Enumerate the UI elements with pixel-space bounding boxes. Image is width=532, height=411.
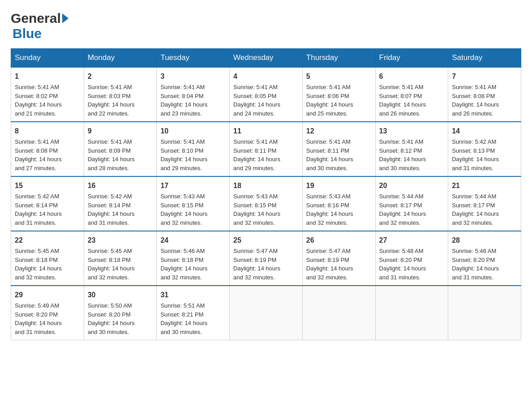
calendar-cell: 26Sunrise: 5:47 AMSunset: 8:19 PMDayligh… <box>302 231 375 286</box>
calendar-week-row: 1Sunrise: 5:41 AMSunset: 8:02 PMDaylight… <box>11 67 521 122</box>
calendar-cell: 9Sunrise: 5:41 AMSunset: 8:09 PMDaylight… <box>84 122 157 176</box>
calendar-week-row: 22Sunrise: 5:45 AMSunset: 8:18 PMDayligh… <box>11 231 521 286</box>
logo-blue-text: Blue <box>13 26 42 41</box>
calendar-table: SundayMondayTuesdayWednesdayThursdayFrid… <box>11 48 521 340</box>
calendar-cell: 23Sunrise: 5:45 AMSunset: 8:18 PMDayligh… <box>84 231 157 286</box>
day-number: 17 <box>160 180 226 191</box>
calendar-cell: 11Sunrise: 5:41 AMSunset: 8:11 PMDayligh… <box>230 122 303 176</box>
day-number: 4 <box>233 71 299 82</box>
day-number: 27 <box>379 235 445 246</box>
logo-general-text: General <box>11 11 61 26</box>
day-info: Sunrise: 5:41 AMSunset: 8:07 PMDaylight:… <box>379 83 445 118</box>
calendar-cell: 6Sunrise: 5:41 AMSunset: 8:07 PMDaylight… <box>375 67 448 122</box>
calendar-header-sunday: Sunday <box>11 49 84 68</box>
day-info: Sunrise: 5:43 AMSunset: 8:15 PMDaylight:… <box>233 192 299 227</box>
calendar-cell: 24Sunrise: 5:46 AMSunset: 8:18 PMDayligh… <box>157 231 230 286</box>
day-info: Sunrise: 5:44 AMSunset: 8:17 PMDaylight:… <box>379 192 445 227</box>
day-number: 6 <box>379 71 445 82</box>
day-info: Sunrise: 5:41 AMSunset: 8:11 PMDaylight:… <box>233 137 299 172</box>
day-number: 18 <box>233 180 299 191</box>
calendar-cell: 18Sunrise: 5:43 AMSunset: 8:15 PMDayligh… <box>230 176 303 231</box>
calendar-week-row: 8Sunrise: 5:41 AMSunset: 8:08 PMDaylight… <box>11 122 521 176</box>
calendar-cell: 14Sunrise: 5:42 AMSunset: 8:13 PMDayligh… <box>448 122 521 176</box>
day-info: Sunrise: 5:46 AMSunset: 8:18 PMDaylight:… <box>160 247 226 282</box>
day-number: 23 <box>88 235 153 246</box>
day-number: 5 <box>306 71 372 82</box>
day-number: 9 <box>88 126 153 137</box>
day-info: Sunrise: 5:41 AMSunset: 8:12 PMDaylight:… <box>379 137 445 172</box>
day-info: Sunrise: 5:41 AMSunset: 8:06 PMDaylight:… <box>306 83 372 118</box>
calendar-cell: 1Sunrise: 5:41 AMSunset: 8:02 PMDaylight… <box>11 67 84 122</box>
day-number: 3 <box>160 71 226 82</box>
day-info: Sunrise: 5:50 AMSunset: 8:20 PMDaylight:… <box>88 301 153 336</box>
page-header: General Blue <box>11 11 521 41</box>
day-info: Sunrise: 5:41 AMSunset: 8:09 PMDaylight:… <box>88 137 153 172</box>
calendar-cell <box>302 286 375 340</box>
calendar-cell: 25Sunrise: 5:47 AMSunset: 8:19 PMDayligh… <box>230 231 303 286</box>
day-info: Sunrise: 5:41 AMSunset: 8:08 PMDaylight:… <box>15 137 80 172</box>
calendar-cell: 19Sunrise: 5:43 AMSunset: 8:16 PMDayligh… <box>302 176 375 231</box>
day-info: Sunrise: 5:47 AMSunset: 8:19 PMDaylight:… <box>233 247 299 282</box>
calendar-cell: 12Sunrise: 5:41 AMSunset: 8:11 PMDayligh… <box>302 122 375 176</box>
day-info: Sunrise: 5:42 AMSunset: 8:13 PMDaylight:… <box>452 137 517 172</box>
calendar-cell: 21Sunrise: 5:44 AMSunset: 8:17 PMDayligh… <box>448 176 521 231</box>
day-info: Sunrise: 5:48 AMSunset: 8:20 PMDaylight:… <box>452 247 517 282</box>
day-info: Sunrise: 5:41 AMSunset: 8:11 PMDaylight:… <box>306 137 372 172</box>
calendar-cell: 29Sunrise: 5:49 AMSunset: 8:20 PMDayligh… <box>11 286 84 340</box>
calendar-header-row: SundayMondayTuesdayWednesdayThursdayFrid… <box>11 49 521 68</box>
day-number: 26 <box>306 235 372 246</box>
logo: General Blue <box>11 11 70 41</box>
day-number: 21 <box>452 180 517 191</box>
day-info: Sunrise: 5:45 AMSunset: 8:18 PMDaylight:… <box>15 247 80 282</box>
calendar-cell: 22Sunrise: 5:45 AMSunset: 8:18 PMDayligh… <box>11 231 84 286</box>
day-number: 10 <box>160 126 226 137</box>
day-info: Sunrise: 5:45 AMSunset: 8:18 PMDaylight:… <box>88 247 153 282</box>
day-number: 29 <box>15 290 80 300</box>
day-number: 30 <box>88 290 153 300</box>
day-info: Sunrise: 5:47 AMSunset: 8:19 PMDaylight:… <box>306 247 372 282</box>
day-number: 24 <box>160 235 226 246</box>
day-number: 2 <box>88 71 153 82</box>
calendar-header-saturday: Saturday <box>448 49 521 68</box>
day-info: Sunrise: 5:43 AMSunset: 8:16 PMDaylight:… <box>306 192 372 227</box>
calendar-header-wednesday: Wednesday <box>230 49 303 68</box>
calendar-cell: 31Sunrise: 5:51 AMSunset: 8:21 PMDayligh… <box>157 286 230 340</box>
day-number: 22 <box>15 235 80 246</box>
day-number: 8 <box>15 126 80 137</box>
day-number: 11 <box>233 126 299 137</box>
day-info: Sunrise: 5:41 AMSunset: 8:03 PMDaylight:… <box>88 83 153 118</box>
day-number: 19 <box>306 180 372 191</box>
logo-arrow-icon <box>62 13 69 23</box>
calendar-cell: 13Sunrise: 5:41 AMSunset: 8:12 PMDayligh… <box>375 122 448 176</box>
calendar-cell: 20Sunrise: 5:44 AMSunset: 8:17 PMDayligh… <box>375 176 448 231</box>
day-info: Sunrise: 5:41 AMSunset: 8:02 PMDaylight:… <box>15 83 80 118</box>
day-info: Sunrise: 5:43 AMSunset: 8:15 PMDaylight:… <box>160 192 226 227</box>
calendar-cell: 27Sunrise: 5:48 AMSunset: 8:20 PMDayligh… <box>375 231 448 286</box>
calendar-header-friday: Friday <box>375 49 448 68</box>
calendar-cell: 17Sunrise: 5:43 AMSunset: 8:15 PMDayligh… <box>157 176 230 231</box>
day-info: Sunrise: 5:41 AMSunset: 8:04 PMDaylight:… <box>160 83 226 118</box>
day-number: 25 <box>233 235 299 246</box>
calendar-cell <box>448 286 521 340</box>
day-info: Sunrise: 5:41 AMSunset: 8:08 PMDaylight:… <box>452 83 517 118</box>
day-info: Sunrise: 5:51 AMSunset: 8:21 PMDaylight:… <box>160 301 226 336</box>
day-info: Sunrise: 5:48 AMSunset: 8:20 PMDaylight:… <box>379 247 445 282</box>
day-number: 15 <box>15 180 80 191</box>
calendar-cell: 30Sunrise: 5:50 AMSunset: 8:20 PMDayligh… <box>84 286 157 340</box>
day-info: Sunrise: 5:44 AMSunset: 8:17 PMDaylight:… <box>452 192 517 227</box>
day-info: Sunrise: 5:49 AMSunset: 8:20 PMDaylight:… <box>15 301 80 336</box>
calendar-header-thursday: Thursday <box>302 49 375 68</box>
day-info: Sunrise: 5:42 AMSunset: 8:14 PMDaylight:… <box>15 192 80 227</box>
calendar-cell: 10Sunrise: 5:41 AMSunset: 8:10 PMDayligh… <box>157 122 230 176</box>
day-number: 12 <box>306 126 372 137</box>
calendar-cell: 7Sunrise: 5:41 AMSunset: 8:08 PMDaylight… <box>448 67 521 122</box>
calendar-cell: 5Sunrise: 5:41 AMSunset: 8:06 PMDaylight… <box>302 67 375 122</box>
day-number: 7 <box>452 71 517 82</box>
day-number: 1 <box>15 71 80 82</box>
calendar-header-monday: Monday <box>84 49 157 68</box>
calendar-cell <box>375 286 448 340</box>
calendar-cell: 16Sunrise: 5:42 AMSunset: 8:14 PMDayligh… <box>84 176 157 231</box>
calendar-cell: 8Sunrise: 5:41 AMSunset: 8:08 PMDaylight… <box>11 122 84 176</box>
calendar-week-row: 15Sunrise: 5:42 AMSunset: 8:14 PMDayligh… <box>11 176 521 231</box>
day-number: 14 <box>452 126 517 137</box>
